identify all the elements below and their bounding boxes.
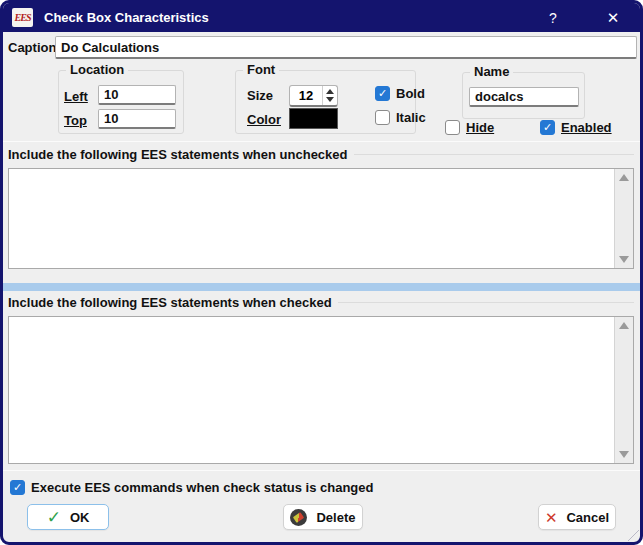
font-size-stepper[interactable]: 12 (289, 85, 338, 107)
close-icon[interactable]: ✕ (598, 9, 628, 27)
help-icon[interactable]: ? (538, 10, 568, 26)
font-color-swatch[interactable] (289, 108, 338, 129)
separator-top (3, 141, 640, 142)
left-input[interactable]: 10 (98, 85, 176, 105)
color-label: Color (247, 112, 281, 127)
ok-check-icon: ✓ (47, 509, 61, 526)
enabled-checkbox-row: Enabled (540, 120, 612, 135)
title-bar[interactable]: EES Check Box Characteristics ? ✕ (3, 3, 640, 32)
hide-checkbox[interactable] (445, 120, 460, 135)
unchecked-scrollbar[interactable] (614, 169, 633, 268)
top-input[interactable]: 10 (98, 109, 176, 129)
checked-scrollbar[interactable] (614, 317, 633, 463)
delete-button[interactable]: Delete (283, 504, 363, 530)
scroll-up-icon[interactable] (619, 174, 629, 181)
bold-label: Bold (396, 86, 425, 101)
caption-row: Caption Do Calculations (8, 36, 637, 59)
cancel-button[interactable]: ✕ Cancel (538, 504, 616, 530)
splitter-handle[interactable] (3, 283, 640, 291)
left-label: Left (64, 89, 88, 104)
top-label: Top (64, 113, 87, 128)
unchecked-section-rule (354, 154, 634, 155)
hide-label: Hide (466, 120, 494, 135)
enabled-label: Enabled (561, 120, 612, 135)
font-size-value: 12 (290, 86, 322, 105)
checked-section-header: Include the following EES statements whe… (8, 295, 634, 310)
scroll-down-icon[interactable] (619, 256, 629, 263)
ok-button[interactable]: ✓ OK (27, 504, 109, 530)
scroll-up-icon[interactable] (619, 322, 629, 329)
ok-button-label: OK (70, 510, 90, 525)
size-label: Size (247, 88, 273, 103)
font-group: Font Size 12 Bold Color Italic (235, 70, 416, 134)
italic-label: Italic (396, 110, 426, 125)
cancel-x-icon: ✕ (545, 510, 558, 525)
execute-checkbox[interactable] (10, 480, 25, 495)
separator-bottom (3, 470, 640, 471)
checked-section-label: Include the following EES statements whe… (8, 295, 332, 310)
unchecked-statements-box (8, 168, 634, 269)
name-group: Name docalcs (462, 72, 585, 119)
name-input[interactable]: docalcs (469, 87, 579, 107)
execute-label: Execute EES commands when check status i… (31, 480, 373, 495)
italic-checkbox[interactable] (375, 110, 390, 125)
location-group: Location Left 10 Top 10 (58, 70, 184, 134)
bold-checkbox[interactable] (375, 86, 390, 101)
checked-section-rule (338, 302, 634, 303)
enabled-checkbox[interactable] (540, 120, 555, 135)
spinner-down-icon[interactable] (326, 97, 334, 102)
hide-checkbox-row: Hide (445, 120, 494, 135)
name-group-title: Name (470, 65, 513, 79)
scroll-down-icon[interactable] (619, 451, 629, 458)
execute-checkbox-row: Execute EES commands when check status i… (10, 480, 373, 495)
unchecked-section-label: Include the following EES statements whe… (8, 147, 348, 162)
ees-logo-icon: EES (12, 8, 33, 27)
delete-eraser-icon (290, 509, 307, 526)
spinner-up-icon[interactable] (326, 89, 334, 94)
unchecked-section-header: Include the following EES statements whe… (8, 147, 634, 162)
checkbox-characteristics-dialog: EES Check Box Characteristics ? ✕ Captio… (0, 0, 643, 545)
window-title: Check Box Characteristics (44, 10, 209, 25)
cancel-button-label: Cancel (566, 510, 609, 525)
caption-label: Caption (8, 40, 55, 55)
bold-checkbox-row: Bold (375, 86, 425, 101)
caption-input[interactable]: Do Calculations (55, 36, 637, 59)
location-group-title: Location (66, 63, 128, 77)
spinner-arrows[interactable] (322, 86, 337, 105)
font-group-title: Font (243, 63, 279, 77)
resize-grip[interactable] (626, 528, 639, 541)
checked-statements-input[interactable] (9, 317, 614, 463)
checked-statements-box (8, 316, 634, 464)
italic-checkbox-row: Italic (375, 110, 426, 125)
unchecked-statements-input[interactable] (9, 169, 614, 268)
delete-button-label: Delete (316, 510, 355, 525)
